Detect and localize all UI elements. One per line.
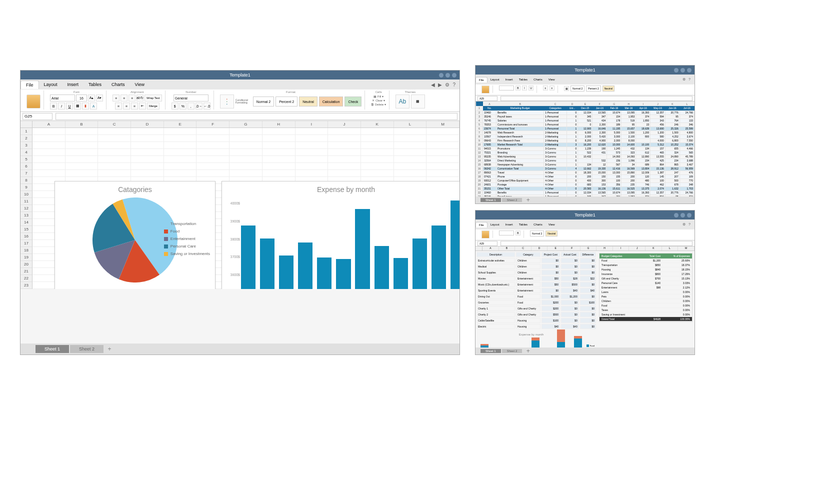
row-header[interactable]: 15 — [20, 226, 32, 233]
formula-bar[interactable] — [500, 241, 692, 246]
align-left-icon[interactable]: ≡ — [115, 102, 122, 110]
column-header[interactable]: F — [196, 121, 230, 128]
style-neutral[interactable]: Neutral — [546, 230, 558, 236]
row-header[interactable]: 18 — [20, 247, 32, 254]
add-sheet-button[interactable]: + — [523, 348, 533, 354]
minimize-icon[interactable] — [439, 73, 444, 78]
add-sheet-button[interactable]: + — [523, 196, 533, 204]
table-row[interactable]: ElectricHousing$40$40$0 — [476, 324, 596, 329]
maximize-icon[interactable] — [446, 73, 450, 78]
help-icon[interactable]: ? — [688, 78, 690, 82]
row-header[interactable]: 9 — [20, 184, 32, 191]
column-header[interactable]: D — [532, 246, 548, 250]
table-row[interactable]: 476745Salaries1-Personnal15214341785191,… — [476, 118, 694, 122]
data-grid[interactable]: ABCDEFGHIJKL1No.Marketing BudgetCategori… — [476, 102, 694, 199]
wrap-text-button[interactable]: Wrap Text — [144, 94, 162, 102]
formula-bar[interactable] — [500, 96, 692, 101]
font-name-select[interactable] — [499, 230, 514, 236]
table-row[interactable]: 1993012Computer/Office Equipment4-Other0… — [476, 178, 694, 182]
column-header[interactable]: K — [361, 121, 394, 128]
column-header[interactable]: I — [613, 246, 630, 250]
column-header[interactable]: M — [678, 246, 694, 250]
align-center-icon[interactable]: ≡ — [123, 102, 130, 110]
table-row[interactable]: 1606342Comunication Total3-Commu412,6621… — [476, 166, 694, 170]
align-middle-icon[interactable]: ≡ — [120, 94, 128, 102]
menu-tab-charts[interactable]: Charts — [530, 77, 546, 82]
gear-icon[interactable]: ⚙ — [682, 78, 686, 82]
conditional-formatting-icon[interactable]: ▦ — [564, 86, 569, 91]
column-header[interactable]: G — [580, 246, 597, 250]
worksheet-body[interactable]: DescriptionCategoryProject CostActual Co… — [476, 251, 694, 355]
delete-button[interactable]: 🗑 Delete ▾ — [371, 102, 386, 106]
menu-tab-tables[interactable]: Tables — [84, 80, 106, 88]
row-header[interactable]: 7 — [20, 170, 32, 177]
style-percent[interactable]: Percent 2 — [586, 86, 600, 92]
border-icon[interactable]: ▦ — [74, 102, 81, 110]
menu-tab-insert[interactable]: Insert — [502, 222, 516, 227]
menu-tab-insert[interactable]: Insert — [502, 77, 516, 82]
column-header[interactable]: M — [426, 121, 460, 128]
formula-bar[interactable] — [56, 113, 458, 120]
table-row[interactable]: Extracurricular activitiesChildren$0$0$0 — [476, 258, 596, 263]
column-header[interactable]: E — [164, 121, 197, 128]
underline-button[interactable]: U — [66, 102, 73, 110]
font-color-icon[interactable]: A — [90, 102, 97, 110]
column-header[interactable]: H — [262, 121, 296, 128]
close-icon[interactable] — [687, 213, 692, 218]
indent-decrease-icon[interactable]: ⇤ — [139, 102, 146, 110]
clear-button[interactable]: ✕ Clear ▾ — [372, 98, 385, 102]
column-header[interactable]: A — [32, 121, 66, 128]
name-box[interactable] — [22, 113, 52, 120]
minimize-icon[interactable] — [674, 213, 678, 218]
italic-button[interactable]: I — [522, 86, 527, 90]
column-header[interactable]: B — [66, 121, 98, 128]
bold-button[interactable]: B — [50, 102, 57, 110]
table-row[interactable]: 810567Independent Research2-Marketing12,… — [476, 134, 694, 138]
menu-tab-file[interactable]: File — [20, 80, 39, 89]
row-header[interactable]: 22 — [20, 275, 32, 282]
column-header[interactable]: F — [564, 246, 580, 250]
style-normal[interactable]: Normal 2 — [570, 86, 584, 92]
table-row[interactable]: 1568938Newspaper Advertising3-Commu11341… — [476, 162, 694, 166]
table-row[interactable]: 210460Benefits1-Personnal012,03413,56510… — [476, 110, 694, 114]
italic-button[interactable]: I — [58, 102, 65, 110]
table-row[interactable]: Music (CDs,downloads,etc.)Entertainment$… — [476, 282, 596, 287]
sheet-tab[interactable]: Sheet 1 — [480, 198, 501, 202]
menu-tab-file[interactable]: File — [476, 77, 488, 82]
align-bottom-icon[interactable]: ≡ — [128, 94, 136, 102]
currency-icon[interactable]: $ — [172, 102, 178, 110]
number-format-select[interactable] — [174, 94, 208, 102]
table-row[interactable]: Charity 1Gifts and Charity$200$0$0 — [476, 306, 596, 311]
row-header[interactable]: 21 — [20, 268, 32, 275]
row-header[interactable]: 23 — [20, 282, 32, 289]
menu-tab-file[interactable]: File — [476, 222, 488, 228]
style-neutral[interactable]: Neutral — [299, 96, 318, 106]
paste-icon[interactable] — [482, 86, 490, 94]
fill-color-icon[interactable]: ▮ — [82, 102, 89, 110]
align-icon[interactable]: ≡ — [543, 86, 548, 90]
table-row[interactable]: MedicalChildren$0$0$0 — [476, 264, 596, 269]
menu-tab-tables[interactable]: Tables — [516, 222, 530, 227]
chart-pie-categories[interactable]: Catagories TransportationFoodEntertainme… — [54, 181, 216, 289]
menu-tab-layout[interactable]: Layout — [39, 80, 62, 88]
table-row[interactable]: 1432564Direct Marketing3-Commu05321561,0… — [476, 158, 694, 162]
align-top-icon[interactable]: ≡ — [112, 94, 120, 102]
column-header[interactable]: J — [629, 246, 646, 250]
paste-icon[interactable] — [482, 230, 490, 238]
maximize-icon[interactable] — [680, 213, 685, 218]
table-row[interactable]: 909643Firm Research Fees2-Marketing08,20… — [476, 138, 694, 142]
name-box[interactable] — [478, 241, 498, 246]
column-header[interactable]: G — [230, 121, 262, 128]
orientation-icon[interactable]: ab↻ — [136, 94, 144, 102]
row-header[interactable]: 17 — [20, 240, 32, 247]
table-row[interactable]: 1395235Web Advertising3-Commu110,43214,0… — [476, 154, 694, 158]
align-right-icon[interactable]: ≡ — [131, 102, 138, 110]
name-box[interactable] — [478, 96, 498, 101]
maximize-icon[interactable] — [680, 68, 685, 72]
close-icon[interactable] — [452, 73, 456, 78]
row-header[interactable]: 11 — [20, 198, 32, 205]
bold-button[interactable]: B — [516, 230, 520, 236]
row-header[interactable]: 6 — [20, 163, 32, 170]
sheet-tab[interactable]: Sheet 1 — [480, 349, 501, 353]
table-row[interactable]: 623674Personnel Total1-Personnal112,9001… — [476, 126, 694, 130]
